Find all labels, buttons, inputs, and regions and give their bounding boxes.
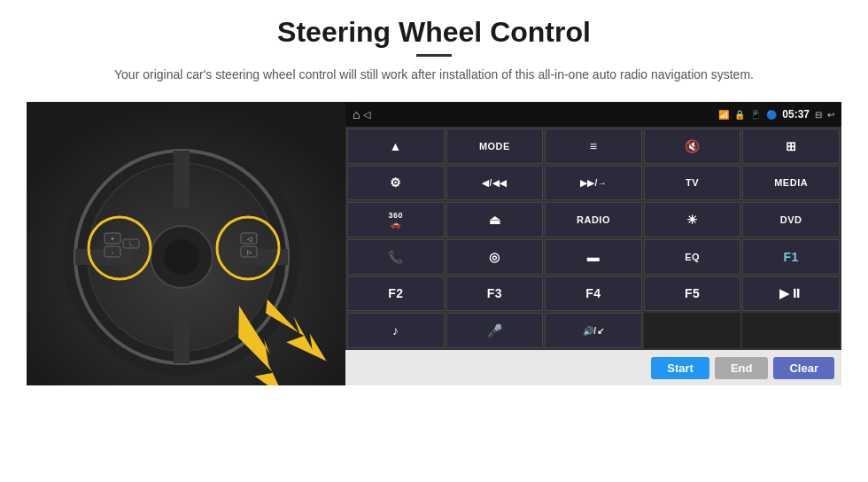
btn-navigation[interactable]: ▲ xyxy=(347,128,445,164)
svg-text:📞: 📞 xyxy=(128,241,136,248)
btn-eq[interactable]: EQ xyxy=(644,239,741,275)
title-section: Steering Wheel Control Your original car… xyxy=(114,16,754,97)
btn-gps[interactable]: ◎ xyxy=(446,239,544,275)
bluetooth-icon: 🔵 xyxy=(766,110,777,120)
btn-mode[interactable]: MODE xyxy=(446,128,544,164)
btn-mic[interactable]: 🎤 xyxy=(446,313,544,348)
start-button[interactable]: Start xyxy=(651,357,709,379)
btn-mute[interactable]: 🔇 xyxy=(644,128,741,164)
btn-screen[interactable]: ▬ xyxy=(545,239,642,275)
btn-f2[interactable]: F2 xyxy=(347,276,445,312)
home-icon: ⌂ xyxy=(353,107,360,121)
buttons-grid: ▲ MODE ≡ 🔇 ⊞ ⚙ ◀/◀◀ ▶▶/→ TV MEDIA 360🚗 ⏏… xyxy=(345,127,841,350)
clear-button[interactable]: Clear xyxy=(773,357,834,379)
status-right: 📶 🔒 📱 🔵 05:37 ⊟ ↩ xyxy=(718,108,834,120)
page-container: Steering Wheel Control Your original car… xyxy=(0,0,868,482)
btn-next[interactable]: ▶▶/→ xyxy=(545,166,642,201)
btn-brightness[interactable]: ☀ xyxy=(644,202,741,237)
btn-f1[interactable]: F1 xyxy=(742,239,840,275)
subtitle-text: Your original car's steering wheel contr… xyxy=(114,66,754,84)
end-button[interactable]: End xyxy=(715,357,769,379)
btn-apps[interactable]: ⊞ xyxy=(742,128,840,164)
svg-point-10 xyxy=(164,239,199,275)
btn-media[interactable]: MEDIA xyxy=(742,166,840,201)
svg-text:+: + xyxy=(111,236,114,242)
btn-f4[interactable]: F4 xyxy=(545,276,642,312)
time-display: 05:37 xyxy=(782,108,810,120)
screen-icon: ⊟ xyxy=(815,110,822,120)
btn-music[interactable]: ♪ xyxy=(347,313,445,348)
btn-volume-call[interactable]: 🔊/↙ xyxy=(545,313,642,348)
btn-phone[interactable]: 📞 xyxy=(347,239,445,275)
btn-settings[interactable]: ⚙ xyxy=(347,166,445,201)
back-icon: ↩ xyxy=(827,110,834,120)
btn-dvd[interactable]: DVD xyxy=(742,202,840,237)
btn-empty2 xyxy=(742,313,840,348)
status-left: ⌂ ◁ xyxy=(353,107,370,121)
btn-eject[interactable]: ⏏ xyxy=(446,202,544,237)
title-divider xyxy=(416,54,452,57)
content-area: + - 📞 ◁ ▷ xyxy=(27,102,841,385)
btn-prev[interactable]: ◀/◀◀ xyxy=(446,166,544,201)
btn-f3[interactable]: F3 xyxy=(446,276,544,312)
steering-wheel-image: + - 📞 ◁ ▷ xyxy=(27,102,345,385)
action-bar: Start End Clear xyxy=(345,350,841,385)
btn-360[interactable]: 360🚗 xyxy=(347,202,445,237)
page-title: Steering Wheel Control xyxy=(114,16,754,49)
btn-f5[interactable]: F5 xyxy=(644,276,741,312)
btn-list[interactable]: ≡ xyxy=(545,128,642,164)
btn-empty1 xyxy=(644,313,741,348)
lock-icon: 🔒 xyxy=(734,110,745,120)
nav-arrow-icon: ◁ xyxy=(363,109,370,120)
sim-icon: 📱 xyxy=(750,110,761,120)
btn-playpause[interactable]: ▶⏸ xyxy=(742,276,840,312)
status-bar: ⌂ ◁ 📶 🔒 📱 🔵 05:37 ⊟ ↩ xyxy=(345,102,841,127)
control-panel: ⌂ ◁ 📶 🔒 📱 🔵 05:37 ⊟ ↩ ▲ MODE ≡ xyxy=(345,102,841,385)
btn-tv[interactable]: TV xyxy=(644,166,741,201)
btn-radio[interactable]: RADIO xyxy=(545,202,642,237)
wifi-icon: 📶 xyxy=(718,110,729,120)
